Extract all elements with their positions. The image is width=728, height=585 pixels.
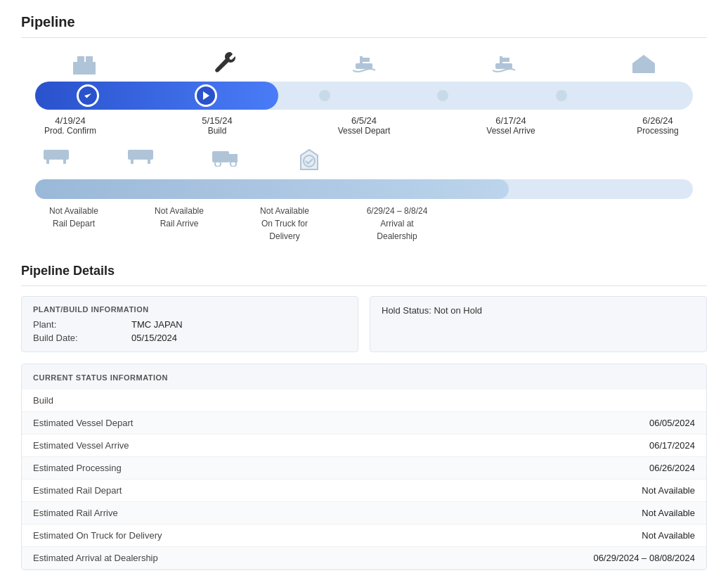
node-prod-confirm [77,84,99,107]
table-row: Estimated On Truck for Delivery Not Avai… [22,525,706,547]
plant-build-card-title: PLANT/BUILD INFORMATION [33,305,346,314]
svg-rect-11 [635,65,641,69]
svg-rect-1 [77,56,84,62]
plant-value: TMC JAPAN [131,319,183,330]
current-status-table: Build Estimated Vessel Depart 06/05/2024… [22,390,706,570]
node-vessel-depart [319,90,330,101]
progress-bar-bottom [35,179,693,199]
pipeline-details-section: Pipeline Details PLANT/BUILD INFORMATION… [21,264,707,570]
svg-rect-5 [360,56,363,63]
label-rail-arrive: Not AvailableRail Arrive [141,205,218,243]
dealership-icon [295,147,323,175]
svg-rect-8 [500,56,502,63]
bottom-labels-row: Not AvailableRail Depart Not AvailableRa… [21,199,707,243]
hold-status-card: Hold Status: Not on Hold [370,296,707,352]
date-build: 5/15/24 Build [189,115,245,136]
row-value: 06/26/2024 [398,457,706,480]
svg-rect-21 [212,151,229,162]
vessel-arrive-icon [476,49,532,77]
row-value: 06/17/2024 [398,435,706,457]
row-label: Estimated Arrival at Dealership [22,547,398,570]
hold-status-text: Hold Status: Not on Hold [382,305,482,316]
node-processing [556,90,567,101]
table-row: Estimated Vessel Depart 06/05/2024 [22,412,706,435]
row-value: 06/05/2024 [398,412,706,435]
table-row: Estimated Vessel Arrive 06/17/2024 [22,435,706,457]
pipeline-title: Pipeline [21,14,707,38]
svg-rect-20 [128,154,153,155]
svg-rect-14 [46,160,49,164]
row-value: Not Available [398,502,706,525]
svg-rect-16 [44,154,69,155]
row-label: Estimated Vessel Depart [22,412,398,435]
row-label: Estimated On Truck for Delivery [22,525,398,547]
svg-rect-15 [63,160,66,164]
build-date-value: 05/15/2024 [131,333,177,343]
row-label: Estimated Rail Arrive [22,502,398,525]
row-value: Not Available [398,525,706,547]
table-row: Estimated Processing 06/26/2024 [22,457,706,480]
date-prod-confirm: 4/19/24 Prod. Confirm [42,115,98,136]
date-processing: 6/26/24 Processing [630,115,686,136]
table-row: Estimated Rail Arrive Not Available [22,502,706,525]
truck-icon [211,147,239,175]
label-dealership-arrival: 6/29/24 – 8/8/24Arrival atDealership [351,205,443,243]
svg-rect-19 [148,160,150,164]
timeline-dates: 4/19/24 Prod. Confirm 5/15/24 Build 6/5/… [21,110,707,136]
row-value: 06/29/2024 – 08/08/2024 [398,547,706,570]
row-label: Estimated Vessel Arrive [22,435,398,457]
svg-rect-4 [356,63,372,69]
svg-rect-7 [495,63,512,69]
svg-rect-12 [646,65,652,69]
row-value [398,390,706,412]
row-label: Estimated Rail Depart [22,480,398,502]
pipeline-details-title: Pipeline Details [21,264,707,286]
label-rail-depart: Not AvailableRail Depart [35,205,112,243]
label-truck-delivery: Not AvailableOn Truck forDelivery [246,205,323,243]
current-status-header: CURRENT STATUS INFORMATION [22,364,706,390]
svg-rect-3 [82,65,87,70]
pipeline-section: Pipeline [21,14,707,243]
plant-label: Plant: [33,319,103,330]
wrench-icon [196,49,252,77]
svg-rect-9 [502,58,509,62]
bottom-icons-row [21,147,707,175]
warehouse-icon [616,49,672,77]
date-vessel-depart: 6/5/24 Vessel Depart [336,115,392,136]
current-status-card: CURRENT STATUS INFORMATION Build Estimat… [21,364,707,570]
node-vessel-arrive [437,90,448,101]
row-label: Estimated Processing [22,457,398,480]
table-row: Build [22,390,706,412]
plant-build-card: PLANT/BUILD INFORMATION Plant: TMC JAPAN… [21,296,358,352]
build-date-label: Build Date: [33,333,103,343]
node-build [195,84,217,107]
vessel-depart-icon [336,49,392,77]
svg-rect-18 [131,160,134,164]
rail-arrive-icon [126,147,155,175]
svg-rect-6 [363,58,370,62]
current-status-title: CURRENT STATUS INFORMATION [33,373,168,382]
progress-bar-top [35,82,693,110]
table-row: Estimated Rail Depart Not Available [22,480,706,502]
factory-icon [56,49,112,77]
date-vessel-arrive: 6/17/24 Vessel Arrive [483,115,539,136]
svg-rect-2 [86,56,93,62]
rail-depart-icon [42,147,70,175]
row-label: Build [22,390,398,412]
table-row: Estimated Arrival at Dealership 06/29/20… [22,547,706,570]
row-value: Not Available [398,480,706,502]
